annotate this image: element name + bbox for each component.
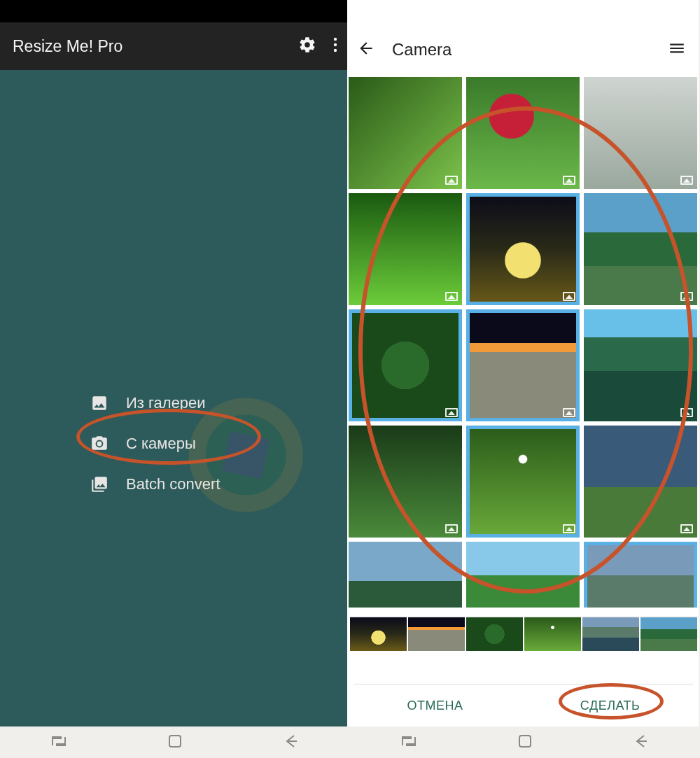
screen-picker: Camera (349, 0, 699, 727)
landscape-icon (680, 524, 693, 533)
thumbnail-selected[interactable] (349, 309, 462, 421)
thumbnail-selected[interactable] (584, 542, 697, 608)
recents-icon[interactable] (50, 735, 67, 750)
picker-app-bar: Camera (349, 22, 699, 77)
selected-mini[interactable] (408, 617, 465, 651)
landscape-icon (563, 176, 575, 185)
picker-title: Camera (392, 40, 451, 59)
thumbnail[interactable] (466, 77, 580, 189)
landscape-icon (680, 408, 693, 417)
thumbnail[interactable] (584, 309, 697, 421)
svg-rect-5 (222, 431, 270, 479)
menu-label: С камеры (126, 435, 196, 453)
thumbnail[interactable] (349, 542, 462, 608)
thumbnail[interactable] (466, 542, 580, 608)
app-title: Resize Me! Pro (13, 37, 122, 56)
home-icon[interactable] (168, 734, 182, 751)
main-menu: Из галереи С камеры Batch convert (90, 393, 220, 494)
svg-point-1 (334, 43, 337, 46)
collections-icon (90, 475, 109, 494)
svg-rect-7 (519, 736, 531, 747)
from-camera-button[interactable]: С камеры (90, 434, 220, 454)
done-button[interactable]: СДЕЛАТЬ (580, 699, 640, 713)
gear-icon[interactable] (298, 36, 316, 57)
selection-strip (349, 616, 699, 651)
landscape-icon (563, 524, 575, 533)
selected-mini[interactable] (466, 617, 523, 651)
thumbnail-selected[interactable] (466, 309, 580, 421)
landscape-icon (680, 176, 693, 185)
left-body: Из галереи С камеры Batch convert (0, 70, 347, 727)
home-icon[interactable] (518, 734, 532, 751)
thumbnail-grid (349, 77, 699, 608)
svg-point-2 (334, 49, 337, 52)
camera-icon (90, 434, 109, 454)
svg-rect-6 (169, 736, 181, 747)
back-nav-icon[interactable] (633, 734, 650, 751)
device-navbar (0, 727, 700, 758)
cancel-button[interactable]: ОТМЕНА (407, 699, 463, 713)
back-nav-icon[interactable] (283, 734, 300, 751)
selected-mini[interactable] (350, 617, 407, 651)
landscape-icon (563, 292, 575, 301)
thumbnail-selected[interactable] (466, 193, 580, 305)
screen-resize-me: Resize Me! Pro (0, 0, 349, 727)
from-gallery-button[interactable]: Из галереи (90, 393, 220, 413)
landscape-icon (445, 524, 458, 533)
landscape-icon (445, 176, 458, 185)
thumbnail[interactable] (584, 426, 697, 538)
image-icon (90, 393, 109, 413)
back-icon[interactable] (357, 39, 375, 60)
thumbnail[interactable] (349, 77, 462, 189)
hamburger-menu-icon[interactable] (668, 39, 686, 60)
selected-mini[interactable] (582, 617, 639, 651)
landscape-icon (680, 292, 693, 301)
selected-mini[interactable] (524, 617, 581, 651)
app-bar: Resize Me! Pro (0, 22, 347, 70)
appbar-actions (298, 36, 337, 57)
thumbnail[interactable] (584, 77, 697, 189)
landscape-icon (445, 292, 458, 301)
status-bar (0, 0, 347, 22)
landscape-icon (445, 408, 458, 417)
status-bar (349, 0, 699, 22)
svg-point-0 (334, 38, 337, 41)
recents-icon[interactable] (400, 735, 417, 750)
batch-convert-button[interactable]: Batch convert (90, 475, 220, 494)
landscape-icon (563, 408, 575, 417)
thumbnail-selected[interactable] (466, 426, 580, 538)
thumbnail[interactable] (584, 193, 697, 305)
picker-actions: ОТМЕНА СДЕЛАТЬ (349, 685, 699, 727)
kebab-menu-icon[interactable] (333, 37, 337, 55)
thumbnail[interactable] (349, 193, 462, 305)
thumbnail[interactable] (349, 426, 462, 538)
menu-label: Из галереи (126, 394, 206, 412)
menu-label: Batch convert (126, 475, 220, 493)
selected-mini[interactable] (640, 617, 697, 651)
